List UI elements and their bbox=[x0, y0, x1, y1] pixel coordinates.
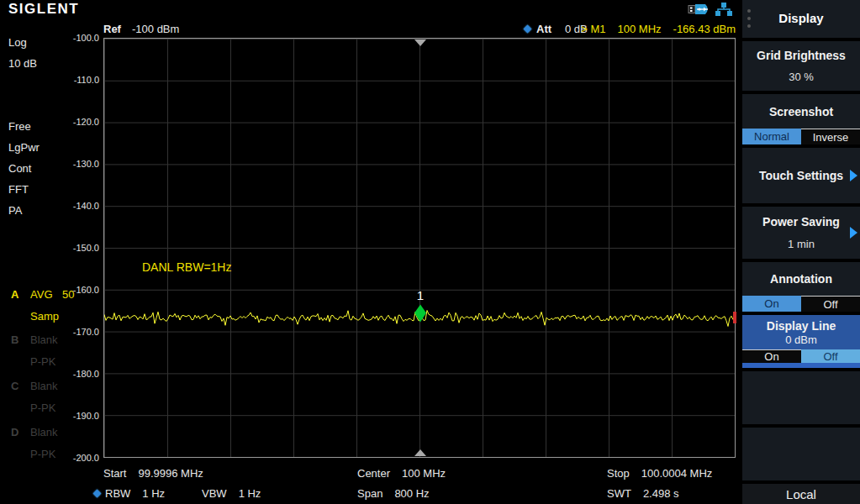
display-line-highlight-strip bbox=[742, 363, 860, 368]
local-button[interactable]: Local bbox=[742, 484, 860, 504]
screenshot-toggle: Normal Inverse bbox=[742, 129, 860, 144]
marker-frequency: 100 MHz bbox=[618, 23, 662, 35]
display-line-button[interactable]: Display Line 0 dBm On Off bbox=[742, 315, 860, 368]
ref-level-value[interactable]: -100 dBm bbox=[132, 23, 179, 35]
stop-label: Stop bbox=[607, 467, 630, 480]
trace-a-mode[interactable]: AVG bbox=[30, 288, 53, 301]
y-axis-tick: -160.0 bbox=[55, 284, 99, 296]
preamp-lgpwr[interactable]: LgPwr bbox=[8, 141, 40, 154]
trace-c-detector[interactable]: P-PK bbox=[30, 402, 55, 414]
display-line-label: Display Line bbox=[742, 319, 860, 333]
start-label: Start bbox=[103, 467, 126, 480]
annotation-button[interactable]: Annotation On Off bbox=[742, 262, 860, 312]
power-saving-value: 1 min bbox=[742, 238, 860, 250]
annotation-on-option[interactable]: On bbox=[742, 296, 801, 312]
display-line-value: 0 dBm bbox=[742, 333, 860, 346]
vbw-value: 1 Hz bbox=[239, 487, 261, 500]
noise-trace bbox=[104, 39, 736, 459]
center-value: 100 MHz bbox=[402, 467, 446, 480]
power-saving-button[interactable]: Power Saving 1 min bbox=[742, 207, 860, 259]
scale-type-label[interactable]: Log bbox=[8, 36, 27, 49]
trace-a-detector[interactable]: Samp bbox=[30, 310, 59, 323]
spectrum-plot-area[interactable]: DANL RBW=1Hz 1 bbox=[103, 38, 736, 458]
trigger-mode-free[interactable]: Free bbox=[8, 120, 31, 133]
y-axis-tick: -170.0 bbox=[55, 326, 99, 338]
menu-title-section: Display bbox=[742, 0, 860, 38]
screenshot-normal-option[interactable]: Normal bbox=[742, 129, 801, 144]
soft-menu-panel: Display Grid Brightness 30 % Screenshot … bbox=[742, 0, 860, 504]
y-axis-tick: -200.0 bbox=[55, 452, 99, 464]
trace-c-letter[interactable]: C bbox=[11, 380, 18, 392]
span-setting[interactable]: Span800 Hz bbox=[357, 487, 430, 500]
submenu-arrow-icon bbox=[850, 170, 857, 181]
center-label: Center bbox=[357, 467, 390, 480]
trace-b-mode[interactable]: Blank bbox=[30, 333, 58, 346]
power-saving-label: Power Saving bbox=[742, 215, 860, 228]
y-axis-tick: -150.0 bbox=[55, 242, 99, 254]
spectrum-analyzer-screen: SIGLENT Ref -100 dBm Att 0 dB > M1100 MH… bbox=[0, 0, 860, 504]
screenshot-button[interactable]: Screenshot Normal Inverse bbox=[742, 94, 860, 144]
marker-name: > M1 bbox=[581, 23, 605, 35]
annotation-toggle: On Off bbox=[742, 296, 860, 312]
annotation-off-option[interactable]: Off bbox=[801, 296, 860, 312]
grid-brightness-label: Grid Brightness bbox=[742, 49, 860, 62]
y-axis: -100.0-110.0-120.0-130.0-140.0-150.0-160… bbox=[55, 38, 99, 458]
pa-mode[interactable]: PA bbox=[8, 204, 22, 217]
start-value: 99.9996 MHz bbox=[138, 467, 203, 480]
ref-level-label[interactable]: Ref bbox=[103, 23, 121, 35]
trace-b-detector[interactable]: P-PK bbox=[30, 355, 55, 368]
scale-per-div-label[interactable]: 10 dB bbox=[8, 57, 37, 70]
trace-b-letter[interactable]: B bbox=[11, 333, 18, 346]
span-label: Span bbox=[357, 487, 383, 500]
stop-value: 100.0004 MHz bbox=[641, 467, 713, 480]
swt-setting[interactable]: SWT2.498 s bbox=[607, 487, 679, 500]
marker-1-label: 1 bbox=[412, 288, 429, 302]
y-axis-tick: -140.0 bbox=[55, 200, 99, 212]
fft-mode[interactable]: FFT bbox=[8, 183, 29, 196]
grid-brightness-button[interactable]: Grid Brightness 30 % bbox=[742, 41, 860, 91]
rbw-setting[interactable]: RBW1 Hz bbox=[105, 487, 165, 500]
y-axis-tick: -190.0 bbox=[55, 410, 99, 422]
touch-settings-button[interactable]: Touch Settings bbox=[742, 148, 860, 203]
submenu-arrow-icon bbox=[850, 227, 857, 239]
vbw-setting[interactable]: VBW1 Hz bbox=[202, 487, 261, 500]
trace-d-detector[interactable]: P-PK bbox=[30, 448, 55, 460]
y-axis-tick: -180.0 bbox=[55, 368, 99, 380]
trace-d-mode[interactable]: Blank bbox=[30, 426, 58, 438]
siglent-logo: SIGLENT bbox=[8, 1, 79, 18]
y-axis-tick: -100.0 bbox=[55, 32, 99, 44]
rbw-value: 1 Hz bbox=[142, 487, 165, 500]
stop-freq[interactable]: Stop100.0004 MHz bbox=[607, 467, 712, 480]
y-axis-tick: -130.0 bbox=[55, 158, 99, 170]
display-line-toggle: On Off bbox=[742, 349, 860, 363]
marker-level: -166.43 dBm bbox=[673, 23, 736, 35]
usb-icon bbox=[688, 2, 712, 17]
lan-network-icon bbox=[715, 2, 733, 17]
screenshot-inverse-option[interactable]: Inverse bbox=[801, 129, 860, 144]
trace-end-red-tick bbox=[733, 312, 736, 323]
marker-readout: > M1100 MHz-166.43 dBm bbox=[471, 23, 736, 35]
center-freq[interactable]: Center100 MHz bbox=[357, 467, 446, 480]
y-axis-tick: -110.0 bbox=[55, 74, 99, 86]
screenshot-label: Screenshot bbox=[742, 105, 860, 118]
menu-title: Display bbox=[742, 11, 860, 25]
display-line-on-option[interactable]: On bbox=[742, 349, 801, 363]
danl-annotation: DANL RBW=1Hz bbox=[142, 260, 231, 274]
touch-settings-label: Touch Settings bbox=[759, 169, 843, 182]
y-axis-tick: -120.0 bbox=[55, 116, 99, 128]
marker-1-diamond-icon bbox=[414, 305, 426, 323]
empty-menu-slot bbox=[742, 371, 860, 424]
annotation-label: Annotation bbox=[742, 272, 860, 286]
center-freq-marker-bottom-icon bbox=[414, 449, 426, 456]
rbw-coupled-diamond-icon bbox=[93, 490, 102, 498]
sweep-cont[interactable]: Cont bbox=[8, 162, 31, 175]
center-freq-marker-top-icon bbox=[414, 39, 426, 46]
trace-d-letter[interactable]: D bbox=[11, 426, 18, 438]
empty-menu-slot bbox=[742, 428, 860, 480]
start-freq[interactable]: Start99.9996 MHz bbox=[103, 467, 203, 480]
swt-label: SWT bbox=[607, 487, 631, 500]
trace-c-mode[interactable]: Blank bbox=[30, 380, 58, 392]
rbw-label: RBW bbox=[105, 487, 130, 500]
display-line-off-option[interactable]: Off bbox=[801, 349, 860, 363]
trace-a-letter[interactable]: A bbox=[11, 288, 18, 301]
